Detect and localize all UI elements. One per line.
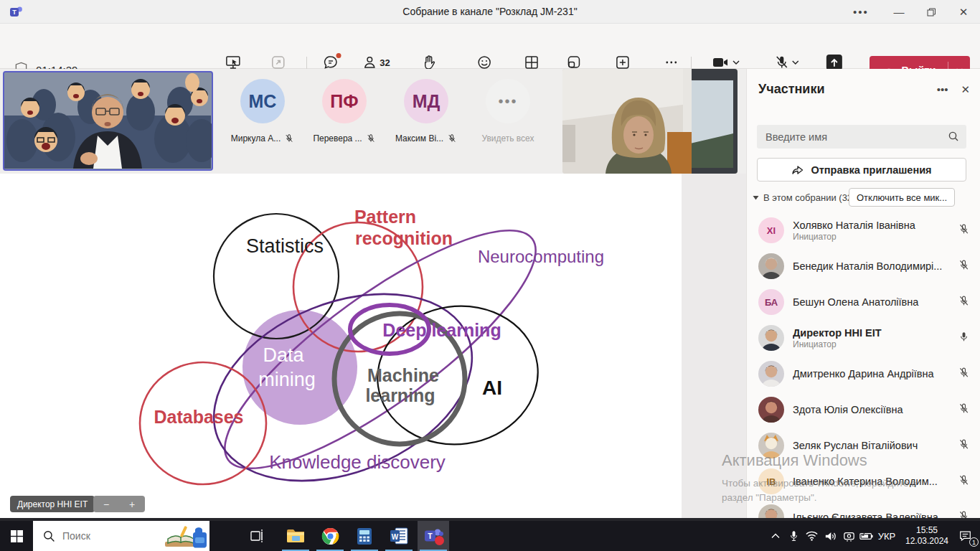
participant-row[interactable]: Дмитренко Дарина Андріївна — [747, 356, 980, 392]
more-dots-icon — [664, 55, 679, 70]
strip-avatar-item[interactable]: МС Миркула А... — [228, 79, 297, 143]
mic-muted-icon — [447, 133, 457, 143]
participant-row[interactable]: ХІ Холявко Наталія Іванівна Инициатор — [747, 212, 980, 248]
participant-name: Ільєнко Єлизавета Валеріївна — [793, 512, 956, 518]
venn-label-deep-learning: Deep learning — [382, 320, 501, 340]
webcam-video — [562, 69, 738, 174]
stage-gutter — [682, 174, 746, 518]
presenter-video — [4, 72, 211, 169]
participant-row[interactable]: Директор ННІ ЕІТ Инициатор — [747, 320, 980, 356]
venn-label-ai: AI — [482, 377, 502, 399]
close-button[interactable]: ✕ — [948, 0, 979, 24]
mic-muted-icon — [956, 295, 971, 310]
avatar — [758, 397, 784, 423]
search-highlight-art — [164, 523, 208, 549]
avatar-photo — [758, 253, 784, 279]
mic-muted-icon — [956, 510, 971, 519]
teams-status-dot — [435, 536, 444, 545]
zoom-controls: − + — [93, 496, 145, 512]
participant-row[interactable]: Ільєнко Єлизавета Валеріївна — [747, 499, 980, 518]
svg-text:recognition: recognition — [355, 228, 453, 248]
avatar: ПФ — [322, 79, 367, 123]
taskbar-search-input[interactable] — [62, 530, 149, 542]
calculator-button[interactable] — [349, 521, 380, 551]
send-invite-button[interactable]: Отправка приглашения — [757, 158, 966, 182]
mic-muted-icon — [956, 402, 971, 418]
minimize-button[interactable]: — — [883, 0, 915, 24]
file-explorer-icon — [286, 528, 305, 544]
camera-chevron-icon — [733, 60, 740, 65]
venn-label-databases: Databases — [154, 407, 243, 427]
share-icon — [826, 55, 843, 70]
meeting-toolbar: 01:14:39 Управлять Контент Чат 32 Участн… — [0, 24, 980, 69]
mute-all-button[interactable]: Отключить все мик... — [849, 188, 955, 207]
avatar: БА — [758, 289, 784, 315]
overflow-dots-icon: ••• — [498, 93, 517, 110]
mic-muted-icon — [956, 223, 971, 238]
participant-name: Дмитренко Дарина Андріївна — [793, 368, 956, 380]
tray-mic-icon[interactable] — [785, 521, 802, 551]
participant-name: Іваненко Катерина Володим... — [793, 476, 956, 487]
participant-row[interactable]: Бенедик Наталія Володимирі... — [747, 248, 980, 284]
participant-row[interactable]: ІВ Іваненко Катерина Володим... — [747, 463, 980, 499]
participant-row[interactable]: БА Бешун Олена Анатоліївна — [747, 284, 980, 320]
smiley-icon — [476, 55, 492, 70]
zoom-out-button[interactable]: − — [103, 499, 109, 509]
webcam-video-tile[interactable] — [562, 69, 738, 174]
avatar: МС — [240, 79, 285, 123]
participant-row[interactable]: Зеляк Руслан Віталійович — [747, 428, 980, 463]
tray-time: 15:55 — [916, 525, 938, 536]
teams-taskbar-button[interactable]: T — [418, 521, 449, 551]
calculator-icon — [357, 527, 372, 545]
action-center-button[interactable]: 1 — [954, 521, 976, 551]
zoom-in-button[interactable]: + — [129, 499, 135, 509]
taskbar-search[interactable] — [33, 521, 209, 551]
invite-share-icon — [791, 164, 804, 176]
tray-language[interactable]: УКР — [874, 521, 900, 551]
manage-screen-icon — [225, 55, 242, 70]
chrome-button[interactable] — [314, 521, 346, 551]
avatar — [758, 253, 784, 279]
apps-plus-icon — [615, 55, 631, 70]
tray-battery-icon[interactable] — [856, 521, 876, 551]
tray-expand-button[interactable] — [766, 521, 785, 551]
search-icon — [43, 530, 55, 542]
titlebar-more-button[interactable]: ••• — [845, 0, 877, 24]
participant-row[interactable]: Здота Юлія Олексіївна — [747, 392, 980, 428]
windows-taskbar: W T УКР 15:55 12.03.2024 — [0, 521, 980, 551]
start-button[interactable] — [0, 521, 33, 551]
strip-avatar-item[interactable]: ••• Увидеть всех — [473, 79, 542, 143]
svg-text:T: T — [428, 532, 433, 540]
strip-avatar-item[interactable]: МД Максим Ві... — [392, 79, 461, 143]
strip-avatar-item[interactable]: ПФ Перевера ... — [310, 79, 379, 143]
avatar-photo — [758, 397, 784, 423]
avatar-photo — [758, 361, 784, 387]
panel-more-button[interactable]: ••• — [937, 83, 948, 96]
content-share-icon — [270, 55, 286, 70]
maximize-button[interactable] — [915, 0, 947, 24]
chrome-icon — [321, 527, 339, 545]
tray-date: 12.03.2024 — [905, 536, 948, 547]
participant-name: Бенедик Наталія Володимирі... — [793, 260, 956, 272]
word-button[interactable]: W — [383, 521, 415, 551]
avatar — [758, 325, 784, 351]
tray-clock[interactable]: 15:55 12.03.2024 — [901, 521, 953, 551]
tray-volume-icon[interactable] — [821, 521, 839, 551]
section-collapse-icon — [753, 195, 759, 200]
mic-muted-icon — [956, 259, 971, 274]
in-meeting-section-header[interactable]: В этом собрании (32) — [753, 192, 855, 203]
presenter-video-tile[interactable] — [3, 71, 213, 171]
participant-name: Бешун Олена Анатоліївна — [793, 296, 956, 308]
window-title: Собрание в канале "Розклад JM-231" — [0, 0, 980, 24]
venn-label-neurocomputing: Neurocomputing — [478, 247, 604, 266]
task-view-button[interactable] — [241, 521, 273, 551]
avatar-photo — [758, 433, 784, 458]
search-input[interactable] — [757, 125, 966, 149]
avatar: МД — [404, 79, 448, 123]
teams-meeting-window: T Собрание в канале "Розклад JM-231" •••… — [0, 0, 980, 551]
panel-close-button[interactable]: ✕ — [961, 83, 970, 96]
word-icon: W — [390, 527, 408, 545]
tray-wifi-icon[interactable] — [802, 521, 821, 551]
avatar — [758, 361, 784, 387]
file-explorer-button[interactable] — [280, 521, 311, 551]
